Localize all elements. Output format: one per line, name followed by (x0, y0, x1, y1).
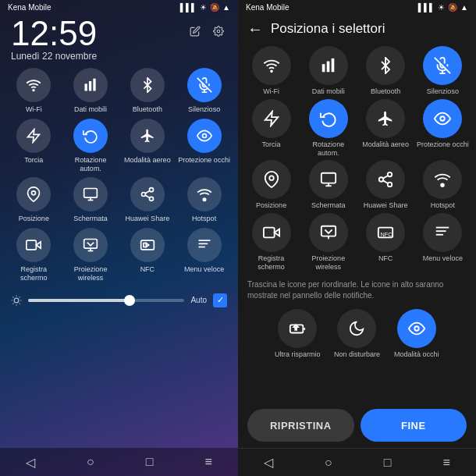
right-tile-schermata[interactable]: Schermata (301, 160, 355, 210)
nav-recents-icon[interactable]: □ (146, 455, 154, 469)
left-status-icons: ▌▌▌ ☀ 🔕 ▲ (180, 3, 230, 12)
silenzioso-label: Silenzioso (188, 105, 220, 114)
svg-marker-20 (37, 242, 41, 248)
right-tile-registra-schermo[interactable]: Registra schermo (244, 213, 298, 272)
done-button[interactable]: FINE (361, 409, 467, 442)
right-tile-torcia[interactable]: Torcia (244, 99, 298, 158)
right-nav-home-icon[interactable]: ○ (325, 456, 332, 470)
extra-tile-ultra[interactable]: Ultra risparmio (269, 309, 325, 359)
right-tile-wifi[interactable]: Wi-Fi (244, 46, 298, 96)
mute-status-icon: 🔕 (210, 3, 219, 12)
right-tile-dati-mobili[interactable]: Dati mobili (301, 46, 355, 96)
svg-rect-63 (436, 234, 443, 236)
right-tile-huawei-share[interactable]: Huawei Share (359, 160, 413, 210)
edit-button[interactable] (186, 23, 204, 40)
proiezione-icon (73, 228, 108, 262)
ultra-icon (278, 309, 317, 348)
svg-marker-8 (28, 129, 40, 142)
right-carrier: Kena Mobile (246, 3, 290, 12)
right-nav-menu-icon[interactable]: ≡ (443, 456, 450, 470)
right-posizione-icon (252, 160, 291, 199)
right-tile-hotspot[interactable]: Hotspot (416, 160, 470, 210)
tile-aereo[interactable]: Modalità aereo (122, 119, 174, 173)
right-tile-occhi[interactable]: Protezione occhi (416, 99, 470, 158)
right-nav-recents-icon[interactable]: □ (384, 456, 392, 470)
tile-bluetooth[interactable]: Bluetooth (122, 68, 174, 114)
right-tile-bluetooth[interactable]: Bluetooth (359, 46, 413, 96)
hotspot-icon (187, 177, 222, 211)
brightness-slider[interactable] (28, 299, 184, 302)
nav-menu-icon[interactable]: ≡ (205, 455, 212, 469)
svg-marker-65 (294, 325, 299, 329)
svg-point-14 (149, 188, 153, 192)
svg-rect-47 (321, 173, 336, 183)
non-disturbare-label: Non disturbare (334, 350, 380, 359)
brightness-auto-checkbox[interactable]: ✓ (213, 293, 227, 307)
right-nav-back-icon[interactable]: ◁ (264, 455, 273, 470)
tile-registra-schermo[interactable]: Registra schermo (8, 228, 60, 282)
tile-schermata[interactable]: Schermata (65, 177, 117, 223)
tile-proiezione[interactable]: Proiezione wireless (65, 228, 117, 282)
proiezione-label: Proiezione wireless (65, 265, 117, 282)
extra-tile-non-disturbare[interactable]: Non disturbare (329, 309, 385, 359)
right-tile-proiezione[interactable]: Proiezione wireless (301, 213, 355, 272)
nav-back-icon[interactable]: ◁ (26, 455, 35, 470)
svg-line-18 (145, 191, 150, 194)
torcia-icon (16, 119, 51, 153)
right-proiezione-icon (309, 213, 348, 252)
svg-point-19 (203, 198, 205, 201)
tile-torcia[interactable]: Torcia (8, 119, 60, 173)
hotspot-label: Hotspot (192, 215, 216, 223)
right-aereo-icon (366, 99, 405, 138)
left-carrier: Kena Mobile (8, 3, 52, 12)
tile-dati-mobili[interactable]: Dati mobili (65, 68, 117, 114)
svg-point-37 (271, 70, 272, 72)
svg-point-16 (149, 197, 153, 201)
right-tile-aereo[interactable]: Modalità aereo (359, 99, 413, 158)
svg-point-46 (269, 176, 274, 181)
right-header: ← Posiziona i selettori (238, 15, 476, 43)
hint-text: Trascina le icone per riordinarle. Le ic… (238, 275, 476, 306)
tile-menu-veloce[interactable]: Menu veloce (178, 228, 230, 282)
back-button[interactable]: ← (247, 21, 263, 37)
occhi-label: Protezione occhi (178, 156, 230, 165)
tile-posizione[interactable]: Posizione (8, 177, 60, 223)
svg-rect-11 (84, 189, 98, 198)
right-tile-nfc[interactable]: NFC NFC (359, 213, 413, 272)
right-schermata-label: Schermata (311, 201, 346, 210)
svg-rect-58 (321, 226, 336, 236)
right-silenzioso-label: Silenzioso (427, 87, 459, 96)
right-menu-veloce-icon (423, 213, 462, 252)
menu-veloce-icon (187, 228, 222, 262)
tile-huawei-share[interactable]: Huawei Share (122, 177, 174, 223)
right-tile-rotazione[interactable]: Rotazione autom. (301, 99, 355, 158)
tile-nfc[interactable]: NFC (122, 228, 174, 282)
tile-wifi[interactable]: Wi-Fi (8, 68, 60, 114)
svg-rect-3 (89, 81, 91, 91)
svg-rect-25 (198, 240, 210, 242)
right-proiezione-label: Proiezione wireless (301, 254, 355, 272)
restore-button[interactable]: RIPRISTINA (247, 409, 354, 442)
right-posizione-label: Posizione (256, 201, 286, 210)
brightness-label: Auto (190, 296, 207, 304)
extra-tile-modalita-occhi[interactable]: Modalità occhi (389, 309, 445, 359)
tile-rotazione[interactable]: Rotazione autom. (65, 119, 117, 173)
right-nfc-icon: NFC (366, 213, 405, 252)
tile-occhi[interactable]: Protezione occhi (178, 119, 230, 173)
settings-button[interactable] (210, 23, 227, 40)
tile-hotspot[interactable]: Hotspot (178, 177, 230, 223)
svg-point-45 (441, 116, 446, 121)
tile-silenzioso[interactable]: Silenzioso (178, 68, 230, 114)
svg-text:NFC: NFC (381, 231, 393, 238)
svg-point-10 (32, 191, 36, 195)
svg-line-35 (12, 303, 13, 304)
right-tile-menu-veloce[interactable]: Menu veloce (416, 213, 470, 272)
posizione-label: Posizione (19, 215, 49, 223)
nav-home-icon[interactable]: ○ (87, 455, 94, 469)
svg-point-28 (14, 298, 19, 303)
svg-rect-27 (198, 247, 204, 248)
right-dati-mobili-icon (309, 46, 348, 85)
right-tile-posizione[interactable]: Posizione (244, 160, 298, 210)
svg-line-17 (145, 196, 150, 198)
right-tile-silenzioso[interactable]: Silenzioso (416, 46, 470, 96)
